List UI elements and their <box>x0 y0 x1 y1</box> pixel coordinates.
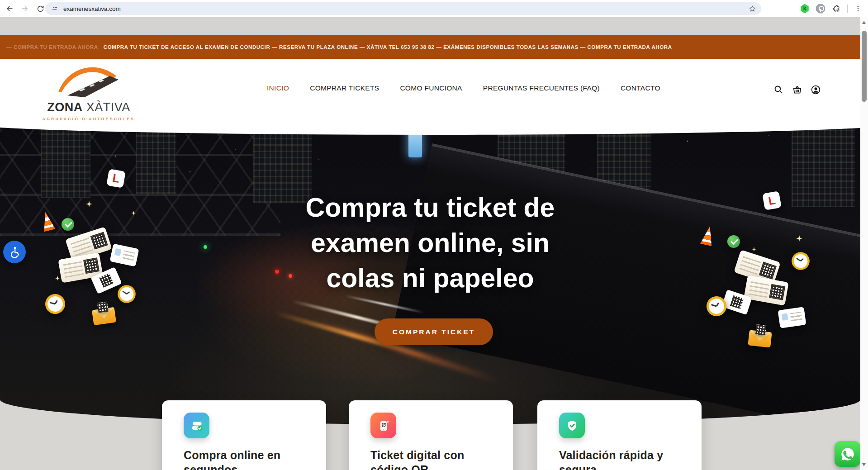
site-logo[interactable]: ZONA XÀTIVA AGRUPACIÓ D'AUTOESCOLES <box>39 62 138 121</box>
whatsapp-icon <box>839 446 856 463</box>
page-top-strip <box>0 17 860 35</box>
accessibility-button[interactable] <box>3 241 26 263</box>
site-settings-icon[interactable] <box>51 5 59 13</box>
nav-item-contacto[interactable]: CONTACTO <box>621 84 660 92</box>
keeper-extension-icon[interactable]: k <box>799 3 811 14</box>
header-icon-group <box>773 84 821 95</box>
page: — COMPRA TU ENTRADA AHORA COMPRA TU TICK… <box>0 0 868 470</box>
hero-title-line: Compra tu ticket de <box>0 190 860 225</box>
chat-check-icon <box>184 413 209 438</box>
scrollbar[interactable] <box>860 17 868 470</box>
nav-item-comprar-tickets[interactable]: COMPRAR TICKETS <box>310 84 379 92</box>
shield-check-icon <box>559 413 585 438</box>
nav-item-faq[interactable]: PREGUNTAS FRECUENTES (FAQ) <box>483 84 600 92</box>
building-silhouette <box>41 121 90 198</box>
hero-title: Compra tu ticket de examen online, sin c… <box>0 190 860 296</box>
learner-plate-illustration: L <box>106 169 126 188</box>
toolbar-divider <box>847 5 848 13</box>
feature-card-ticket-digital[interactable]: Ticket digital con código QR <box>349 400 513 470</box>
whatsapp-button[interactable] <box>835 441 860 467</box>
wheelchair-icon <box>8 246 21 258</box>
road-swoosh-logo-icon <box>55 62 123 98</box>
main-navigation: INICIO COMPRAR TICKETS CÓMO FUNCIONA PRE… <box>267 84 660 92</box>
building-silhouette <box>136 126 176 194</box>
hero-title-line: colas ni papeleo <box>0 261 860 296</box>
scrollbar-thumb[interactable] <box>862 31 867 102</box>
hero-section: L L Compra tu ticket de examen online, s… <box>0 121 860 424</box>
browser-menu-icon[interactable] <box>852 3 864 14</box>
nav-item-como-funciona[interactable]: CÓMO FUNCIONA <box>400 84 462 92</box>
nav-item-inicio[interactable]: INICIO <box>267 84 289 92</box>
scrollbar-down-arrow[interactable] <box>862 463 866 466</box>
alarm-clock-illustration <box>44 293 67 316</box>
feature-title: Validación rápida y segura <box>559 448 688 470</box>
announcement-marquee-text: COMPRA TU TICKET DE ACCESO AL EXAMEN DE … <box>104 44 672 50</box>
envelope-qr-illustration <box>748 330 772 347</box>
announcement-marquee-faded: — COMPRA TU ENTRADA AHORA <box>0 44 98 50</box>
hero-title-line: examen online, sin <box>0 225 860 261</box>
logo-word-xativa: XÀTIVA <box>86 100 130 114</box>
password-manager-extension-icon[interactable] <box>815 3 826 14</box>
url-bar[interactable]: examenesxativa.com <box>45 2 761 15</box>
buy-ticket-button[interactable]: COMPRAR TICKET <box>375 318 493 345</box>
feature-card-validacion[interactable]: Validación rápida y segura <box>537 400 702 470</box>
scrollbar-up-arrow[interactable] <box>862 21 866 24</box>
envelope-qr-illustration <box>92 307 116 326</box>
site-header: ZONA XÀTIVA AGRUPACIÓ D'AUTOESCOLES INIC… <box>0 59 860 123</box>
search-icon[interactable] <box>773 84 784 95</box>
account-icon[interactable] <box>810 84 821 95</box>
id-card-illustration <box>778 307 806 328</box>
bookmark-star-icon[interactable] <box>748 5 757 13</box>
feature-card-compra-online[interactable]: Compra online en segundos <box>162 400 326 470</box>
browser-forward-button[interactable] <box>18 2 32 15</box>
cart-icon[interactable] <box>792 84 802 95</box>
feature-title: Ticket digital con código QR <box>370 448 499 470</box>
extension-area: k <box>799 0 868 17</box>
logo-word-zona: ZONA <box>47 100 83 114</box>
phone-qr-icon <box>370 413 396 438</box>
browser-toolbar: examenesxativa.com k <box>0 0 868 17</box>
browser-back-button[interactable] <box>3 2 16 15</box>
logo-wordmark: ZONA XÀTIVA <box>39 100 138 114</box>
announcement-bar: — COMPRA TU ENTRADA AHORA COMPRA TU TICK… <box>0 35 860 59</box>
feature-title: Compra online en segundos <box>184 448 313 470</box>
logo-tagline: AGRUPACIÓ D'AUTOESCOLES <box>39 117 138 121</box>
url-text[interactable]: examenesxativa.com <box>63 5 748 12</box>
extensions-puzzle-icon[interactable] <box>830 3 842 14</box>
